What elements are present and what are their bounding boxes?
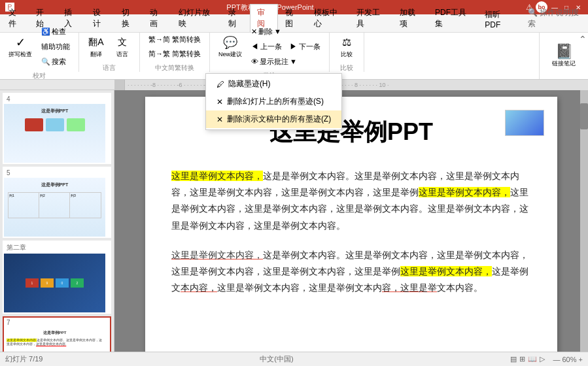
btn-new-comment[interactable]: 💬 New建议 bbox=[215, 33, 245, 61]
canvas-scrollbar[interactable] bbox=[580, 90, 588, 352]
tab-design[interactable]: 设计 bbox=[86, 4, 114, 32]
btn-simp-to-trad[interactable]: 简→繁 简繁转换 bbox=[145, 47, 204, 61]
collapse-ribbon-btn[interactable]: ⌃ bbox=[579, 34, 587, 44]
new-comment-icon: 💬 bbox=[222, 35, 238, 50]
group-comments: 💬 New建议 ✕ 删除 ▼ ◀ 上一条 ▶ 下一条 👁 显示批注 ▼ bbox=[210, 33, 330, 72]
accessibility-icon: ♿ bbox=[41, 27, 50, 36]
delete-icon: ✕ bbox=[251, 27, 257, 36]
btn-accessibility[interactable]: ♿ 检查 bbox=[38, 25, 73, 39]
btn-translate[interactable]: 翻A 翻译 bbox=[84, 33, 108, 61]
group-compare: ⚖ 比较 比较 bbox=[330, 33, 364, 72]
delete-slide-ink-icon: ✕ bbox=[216, 97, 223, 107]
group-simp-trad: 繁→简 繁简转换 简→繁 简繁转换 中文简繁转换 bbox=[140, 33, 210, 72]
btn-compare[interactable]: ⚖ 比较 bbox=[335, 33, 358, 61]
btn-spellcheck[interactable]: ✓ 拼写检查 bbox=[5, 33, 35, 61]
hide-ink-icon: 🖊 bbox=[216, 80, 224, 89]
slides-panel: 4 这是举例PPT 5 这是举例PPT 列1 列2 列3 bbox=[0, 90, 114, 352]
language-icon: 文 bbox=[114, 35, 130, 50]
zoom-info: — 60% + bbox=[553, 356, 583, 363]
dropdown-menu: 🖊 隐藏墨迹(H) ✕ 删除幻灯片上的所有墨迹(S) ✕ 删除演示文稿中的所有墨… bbox=[205, 73, 342, 130]
presenter-view-btn[interactable]: ▷ bbox=[540, 355, 545, 363]
show-comments-icon: 👁 bbox=[251, 58, 258, 65]
tab-foxitpdf[interactable]: 福昕PDF bbox=[477, 6, 520, 32]
tab-pdf[interactable]: PDF工具集 bbox=[428, 4, 477, 32]
slide-thumb-4[interactable]: 4 这是举例PPT bbox=[3, 93, 111, 164]
translate-icon: 翻A bbox=[88, 35, 104, 50]
btn-trad-to-simp[interactable]: 繁→简 繁简转换 bbox=[145, 33, 204, 46]
slide-thumb-5[interactable]: 5 这是举例PPT 列1 列2 列3 bbox=[3, 167, 111, 238]
btn-prev-comment[interactable]: ◀ 上一条 bbox=[248, 40, 285, 54]
menu-delete-slide-ink[interactable]: ✕ 删除幻灯片上的所有墨迹(S) bbox=[206, 93, 341, 110]
tab-transition[interactable]: 切换 bbox=[114, 4, 143, 32]
spellcheck-icon: ✓ bbox=[12, 35, 28, 50]
compare-icon: ⚖ bbox=[339, 35, 355, 50]
tab-animation[interactable]: 动画 bbox=[143, 4, 171, 32]
slide-body-1: 这里是举例文本内容，这是是举例文本内容。这里是举例文本内容，这里是举例文本内容，… bbox=[171, 168, 531, 296]
search-icon: 🔍 bbox=[41, 58, 50, 66]
menu-hide-ink[interactable]: 🖊 隐藏墨迹(H) bbox=[206, 75, 341, 93]
canvas-area: 这里是举例PPT 这里是举例文本内容，这是是举例文本内容。这里是举例文本内容，这… bbox=[114, 90, 588, 352]
slide-image bbox=[505, 110, 544, 136]
btn-language[interactable]: 文 语言 bbox=[111, 33, 134, 61]
tab-addins[interactable]: 加载项 bbox=[392, 4, 428, 32]
group-proofing: ✓ 拼写检查 ♿ 检查 辅助功能 🔍 搜索 校对 bbox=[0, 33, 79, 72]
slide-info: 幻灯片 7/19 bbox=[5, 354, 43, 364]
btn-linked-notes[interactable]: 📓 链接笔记 bbox=[547, 42, 580, 70]
onenote-icon: 📓 bbox=[556, 44, 572, 59]
btn-show-comments[interactable]: 👁 显示批注 ▼ bbox=[248, 55, 324, 69]
btn-next-comment[interactable]: ▶ 下一条 bbox=[286, 40, 324, 54]
status-bar: 幻灯片 7/19 中文(中国) ▤ ⊞ 📖 ▷ — 60% + bbox=[0, 352, 588, 366]
slideshow-view-btn[interactable]: ⊞ bbox=[519, 355, 525, 363]
reading-view-btn[interactable]: 📖 bbox=[528, 355, 537, 363]
normal-view-btn[interactable]: ▤ bbox=[510, 355, 517, 363]
slide-thumb-7[interactable]: 7 这是举例PPT 这里是举例文本内容,这是举例文本内容。这里是举例文本内容，这… bbox=[3, 316, 111, 352]
language-info: 中文(中国) bbox=[260, 354, 293, 364]
slide-canvas: 这里是举例PPT 这里是举例文本内容，这是是举例文本内容。这里是举例文本内容，这… bbox=[145, 97, 557, 352]
tab-devtools[interactable]: 开发工具 bbox=[349, 4, 392, 32]
btn-delete-comment[interactable]: ✕ 删除 ▼ bbox=[248, 25, 324, 39]
tab-slideshow[interactable]: 幻灯片放映 bbox=[171, 4, 221, 32]
delete-all-ink-icon: ✕ bbox=[216, 115, 223, 124]
btn-accessibility2[interactable]: 辅助功能 bbox=[38, 40, 73, 54]
menu-delete-all-ink[interactable]: ✕ 删除演示文稿中的所有墨迹(Z) bbox=[206, 110, 341, 128]
slide-thumb-chapter2[interactable]: 第二章 1 9 0 2 bbox=[3, 241, 111, 314]
search-label[interactable]: 🔍 操作说明搜索 bbox=[521, 4, 588, 32]
btn-search[interactable]: 🔍 搜索 bbox=[38, 55, 73, 69]
group-language: 翻A 翻译 文 语言 语言 bbox=[79, 33, 140, 72]
